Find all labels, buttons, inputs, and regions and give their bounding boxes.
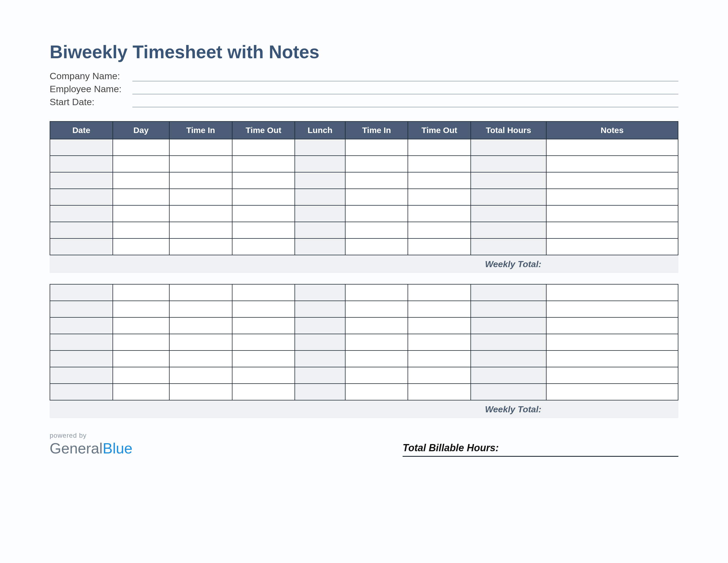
- cell[interactable]: [546, 205, 678, 222]
- cell[interactable]: [295, 139, 345, 156]
- cell[interactable]: [169, 318, 232, 334]
- cell[interactable]: [50, 205, 113, 222]
- cell[interactable]: [546, 284, 678, 301]
- cell[interactable]: [113, 172, 169, 189]
- cell[interactable]: [408, 351, 471, 367]
- cell[interactable]: [295, 172, 345, 189]
- cell[interactable]: [546, 318, 678, 334]
- cell[interactable]: [50, 351, 113, 367]
- cell[interactable]: [295, 205, 345, 222]
- cell[interactable]: [408, 172, 471, 189]
- cell[interactable]: [232, 384, 295, 400]
- cell[interactable]: [232, 284, 295, 301]
- cell[interactable]: [471, 367, 546, 384]
- cell[interactable]: [295, 367, 345, 384]
- cell[interactable]: [408, 139, 471, 156]
- cell[interactable]: [113, 222, 169, 238]
- cell[interactable]: [169, 222, 232, 238]
- cell[interactable]: [295, 238, 345, 255]
- cell[interactable]: [471, 189, 546, 205]
- cell[interactable]: [408, 238, 471, 255]
- cell[interactable]: [471, 139, 546, 156]
- cell[interactable]: [471, 222, 546, 238]
- cell[interactable]: [345, 238, 408, 255]
- cell[interactable]: [169, 351, 232, 367]
- cell[interactable]: [50, 284, 113, 301]
- cell[interactable]: [345, 334, 408, 351]
- cell[interactable]: [345, 205, 408, 222]
- cell[interactable]: [408, 189, 471, 205]
- cell[interactable]: [169, 172, 232, 189]
- cell[interactable]: [471, 238, 546, 255]
- cell[interactable]: [471, 284, 546, 301]
- cell[interactable]: [50, 238, 113, 255]
- cell[interactable]: [232, 205, 295, 222]
- cell[interactable]: [295, 318, 345, 334]
- cell[interactable]: [295, 351, 345, 367]
- cell[interactable]: [408, 156, 471, 172]
- cell[interactable]: [345, 351, 408, 367]
- cell[interactable]: [345, 384, 408, 400]
- cell[interactable]: [113, 334, 169, 351]
- cell[interactable]: [169, 238, 232, 255]
- cell[interactable]: [169, 205, 232, 222]
- cell[interactable]: [169, 139, 232, 156]
- cell[interactable]: [345, 172, 408, 189]
- cell[interactable]: [50, 301, 113, 318]
- cell[interactable]: [546, 156, 678, 172]
- cell[interactable]: [113, 301, 169, 318]
- cell[interactable]: [232, 189, 295, 205]
- cell[interactable]: [50, 222, 113, 238]
- cell[interactable]: [295, 156, 345, 172]
- cell[interactable]: [345, 301, 408, 318]
- cell[interactable]: [546, 172, 678, 189]
- cell[interactable]: [546, 189, 678, 205]
- cell[interactable]: [345, 189, 408, 205]
- cell[interactable]: [232, 301, 295, 318]
- cell[interactable]: [50, 156, 113, 172]
- cell[interactable]: [471, 301, 546, 318]
- cell[interactable]: [295, 301, 345, 318]
- cell[interactable]: [169, 284, 232, 301]
- cell[interactable]: [295, 334, 345, 351]
- cell[interactable]: [232, 367, 295, 384]
- cell[interactable]: [232, 156, 295, 172]
- cell[interactable]: [345, 284, 408, 301]
- cell[interactable]: [471, 318, 546, 334]
- cell[interactable]: [113, 156, 169, 172]
- cell[interactable]: [232, 222, 295, 238]
- cell[interactable]: [50, 189, 113, 205]
- cell[interactable]: [408, 301, 471, 318]
- cell[interactable]: [113, 367, 169, 384]
- cell[interactable]: [408, 318, 471, 334]
- start-date-input[interactable]: [132, 98, 678, 107]
- cell[interactable]: [232, 139, 295, 156]
- cell[interactable]: [50, 318, 113, 334]
- cell[interactable]: [471, 384, 546, 400]
- cell[interactable]: [113, 205, 169, 222]
- cell[interactable]: [546, 222, 678, 238]
- cell[interactable]: [232, 238, 295, 255]
- cell[interactable]: [50, 384, 113, 400]
- cell[interactable]: [345, 156, 408, 172]
- cell[interactable]: [546, 367, 678, 384]
- cell[interactable]: [232, 172, 295, 189]
- cell[interactable]: [345, 367, 408, 384]
- cell[interactable]: [50, 139, 113, 156]
- cell[interactable]: [113, 318, 169, 334]
- cell[interactable]: [408, 384, 471, 400]
- cell[interactable]: [546, 139, 678, 156]
- cell[interactable]: [408, 284, 471, 301]
- cell[interactable]: [345, 318, 408, 334]
- cell[interactable]: [295, 284, 345, 301]
- cell[interactable]: [113, 238, 169, 255]
- cell[interactable]: [295, 189, 345, 205]
- cell[interactable]: [113, 189, 169, 205]
- cell[interactable]: [113, 351, 169, 367]
- cell[interactable]: [232, 334, 295, 351]
- cell[interactable]: [408, 222, 471, 238]
- cell[interactable]: [345, 222, 408, 238]
- cell[interactable]: [113, 384, 169, 400]
- cell[interactable]: [471, 172, 546, 189]
- cell[interactable]: [471, 205, 546, 222]
